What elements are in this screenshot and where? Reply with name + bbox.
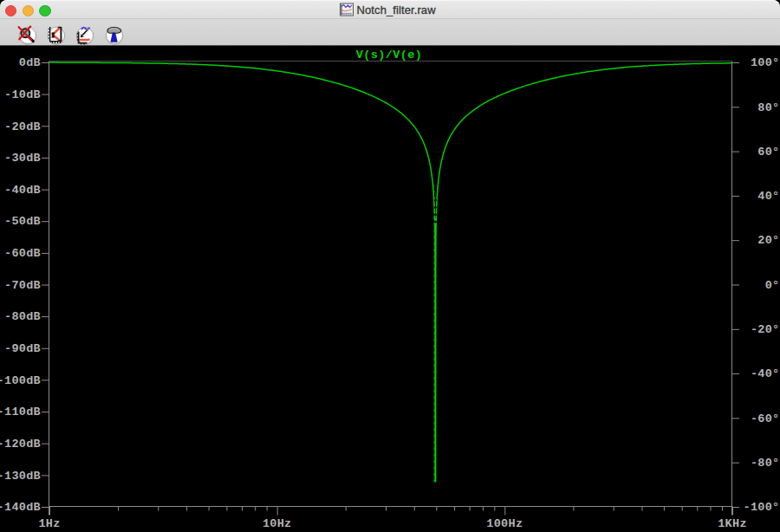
svg-text:20°: 20°: [757, 234, 779, 247]
svg-text:40°: 40°: [757, 190, 779, 203]
svg-text:-50dB: -50dB: [4, 215, 41, 228]
svg-text:-20dB: -20dB: [4, 120, 41, 133]
svg-text:-130dB: -130dB: [0, 470, 41, 483]
svg-text:-40°: -40°: [751, 367, 780, 380]
svg-text:-60dB: -60dB: [4, 247, 41, 260]
svg-text:-70dB: -70dB: [4, 279, 41, 292]
svg-text:-140dB: -140dB: [0, 501, 41, 514]
svg-text:-100dB: -100dB: [0, 374, 41, 387]
svg-text:-20°: -20°: [751, 323, 780, 336]
svg-text:-100°: -100°: [743, 501, 779, 514]
svg-text:-30dB: -30dB: [4, 152, 41, 165]
svg-text:60°: 60°: [757, 146, 779, 159]
svg-text:0°: 0°: [765, 279, 780, 292]
svg-text:-120dB: -120dB: [0, 438, 41, 451]
svg-text:1Hz: 1Hz: [38, 517, 60, 530]
svg-text:-80dB: -80dB: [4, 310, 41, 323]
svg-text:80°: 80°: [757, 101, 779, 114]
svg-text:100°: 100°: [751, 56, 780, 69]
svg-text:10Hz: 10Hz: [263, 517, 292, 530]
svg-text:100Hz: 100Hz: [486, 517, 523, 530]
svg-text:-40dB: -40dB: [4, 184, 41, 197]
svg-text:-110dB: -110dB: [0, 405, 41, 418]
svg-text:V(s)/V(e): V(s)/V(e): [356, 49, 423, 62]
svg-text:1KHz: 1KHz: [718, 517, 747, 530]
svg-text:-90dB: -90dB: [4, 342, 41, 355]
svg-text:-60°: -60°: [751, 412, 780, 425]
svg-text:0dB: 0dB: [19, 56, 41, 69]
svg-text:-80°: -80°: [751, 457, 780, 470]
svg-text:-10dB: -10dB: [4, 88, 41, 101]
